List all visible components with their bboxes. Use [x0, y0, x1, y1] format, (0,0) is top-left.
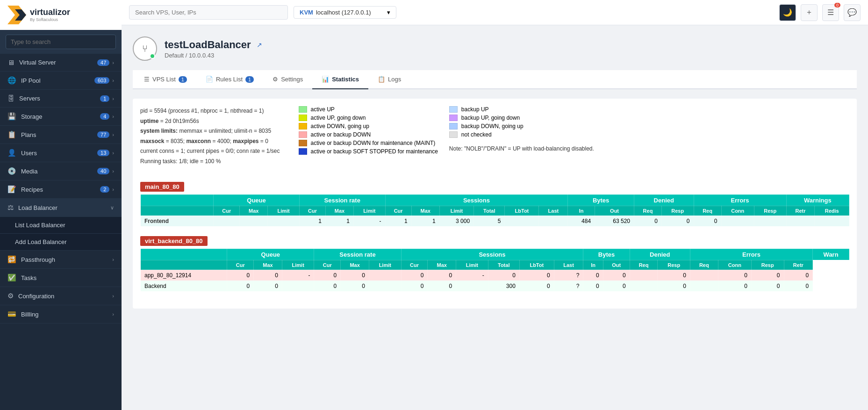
frontend-header-row: Queue Session rate Sessions Bytes Denied… [141, 194, 849, 206]
tabs: ☰ VPS List 1 📄 Rules List 1 ⚙ Settings 📊… [133, 70, 857, 89]
page-subtitle: Default / 10.0.0.43 [165, 52, 262, 59]
sidebar-item-users[interactable]: 👤 Users 13 › [0, 144, 122, 162]
add-button[interactable]: ＋ [801, 4, 818, 21]
th-q-max: Max [240, 206, 268, 216]
frontend-s-last [539, 216, 568, 226]
legend-color-active-backup-down [299, 131, 307, 138]
tab-statistics[interactable]: 📊 Statistics [312, 70, 368, 89]
chat-button[interactable]: 💬 [844, 4, 861, 21]
tab-logs[interactable]: 📋 Logs [368, 70, 410, 89]
kvm-label: KVM [300, 9, 313, 16]
chevron-right-icon: › [112, 187, 114, 192]
sidebar-label-virtual-server: Virtual Server [19, 59, 97, 66]
frontend-d-req: 0 [634, 216, 661, 226]
backend-w-retr: 0 [784, 281, 813, 291]
bth-q-cur: Cur [227, 260, 254, 270]
sidebar-item-list-load-balancer[interactable]: List Load Balancer [0, 217, 122, 234]
frontend-sr-cur: 1 [299, 216, 325, 226]
sidebar-badge-storage: 4 [100, 113, 109, 120]
frontend-name-cell: Frontend [141, 216, 214, 226]
legend-label-active-up: active UP [311, 106, 335, 113]
sidebar-item-billing[interactable]: 💳 Billling › [0, 305, 122, 324]
chevron-down-icon: ▾ [387, 9, 390, 16]
bth-s-lbtot: LbTot [519, 260, 554, 270]
list-badge: 0 [834, 3, 840, 7]
tab-logs-label: Logs [388, 76, 401, 83]
backend-e-conn: 0 [718, 281, 751, 291]
legend-backup-up-going-down: backup UP, going down [449, 115, 594, 121]
app-q-cur: 0 [227, 270, 254, 281]
frontend-w-redis [815, 216, 849, 226]
legend-color-active-up-going-down [299, 115, 307, 121]
backend-subheader-row: Cur Max Limit Cur Max Limit Cur Max Limi… [141, 260, 849, 270]
th-q-limit: Limit [268, 206, 300, 216]
frontend-sr-limit: - [353, 216, 385, 226]
list-button[interactable]: ☰ 0 [822, 4, 839, 21]
app-s-lbtot: 0 [519, 270, 554, 281]
tab-vps-list[interactable]: ☰ VPS List 1 [135, 70, 196, 89]
logs-icon: 📋 [378, 76, 385, 83]
bth-q-max: Max [254, 260, 282, 270]
recipes-icon: 📝 [7, 185, 16, 194]
sidebar-item-load-balancer[interactable]: ⚖ Load Balancer ∨ [0, 199, 122, 217]
sidebar-item-storage[interactable]: 💾 Storage 4 › [0, 108, 122, 126]
backend-sr-cur: 0 [314, 281, 341, 291]
external-link-icon[interactable]: ↗ [257, 41, 262, 49]
dark-mode-button[interactable]: 🌙 [779, 4, 796, 21]
th-e-req: Req [694, 206, 721, 216]
storage-icon: 💾 [7, 112, 16, 121]
sidebar-item-tasks[interactable]: ✅ Tasks [0, 269, 122, 287]
kvm-selector[interactable]: KVM localhost (127.0.0.1) ▾ [294, 6, 396, 19]
page-content: ⑂ testLoadBalancer ↗ Default / 10.0.0.43… [122, 25, 868, 410]
th-w-redis: Redis [815, 206, 849, 216]
frontend-q-limit [268, 216, 300, 226]
app-b-out: 0 [603, 270, 630, 281]
backend-s-limit [456, 281, 488, 291]
sidebar-label-passthrough: Passthrough [21, 256, 112, 263]
media-icon: 💿 [7, 167, 16, 175]
legend-label-active-backup-down: active or backup DOWN [311, 131, 371, 138]
sidebar-item-passthrough[interactable]: 🔁 Passthrough › [0, 251, 122, 269]
tab-settings[interactable]: ⚙ Settings [263, 70, 312, 89]
sidebar-item-plans[interactable]: 📋 Plans 77 › [0, 126, 122, 144]
tab-vps-list-label: VPS List [152, 76, 176, 83]
legend-backup-down-going-up: backup DOWN, going up [449, 123, 594, 129]
chevron-right-icon: › [112, 311, 114, 317]
sidebar-item-virtual-server[interactable]: 🖥 Virtual Server 47 › [0, 54, 122, 72]
sidebar-label-ip-pool: IP Pool [21, 77, 94, 84]
tab-rules-list[interactable]: 📄 Rules List 1 [196, 70, 263, 89]
legend-color-backup-up-going-down [449, 115, 458, 121]
rules-list-icon: 📄 [206, 76, 213, 83]
sidebar-item-configuration[interactable]: ⚙ Configuration › [0, 287, 122, 305]
legend-color-active-down-going-up [299, 123, 307, 129]
bth-s-cur: Cur [401, 260, 428, 270]
virtual-server-icon: 🖥 [7, 58, 14, 66]
sidebar-item-media[interactable]: 💿 Media 40 › [0, 162, 122, 180]
backend-table-wrap: Queue Session rate Sessions Bytes Denied… [140, 249, 849, 292]
sidebar: virtualizor By Softaculous 🖥 Virtual Ser… [0, 0, 122, 410]
sidebar-item-recipes[interactable]: 📝 Recipes 2 › [0, 180, 122, 199]
sidebar-item-ip-pool[interactable]: 🌐 IP Pool 603 › [0, 72, 122, 90]
bth-sessions: Sessions [401, 249, 583, 260]
th-b-in: In [568, 206, 595, 216]
topbar-search-wrap [129, 5, 288, 20]
topbar-search-input[interactable] [129, 5, 288, 20]
backend-d-req [630, 281, 658, 291]
sidebar-label-users: Users [21, 150, 97, 157]
sidebar-item-add-load-balancer[interactable]: Add Load Balancer [0, 234, 122, 251]
frontend-s-max: 1 [411, 216, 439, 226]
main-content: KVM localhost (127.0.0.1) ▾ 🌙 ＋ ☰ 0 💬 ⑂ … [122, 0, 868, 410]
chevron-right-icon: › [112, 132, 114, 137]
app-sr-limit [369, 270, 401, 281]
sidebar-item-servers[interactable]: 🗄 Servers 1 › [0, 90, 122, 108]
info-pid: pid = 5594 (process #1, nbproc = 1, nbth… [140, 106, 280, 116]
frontend-table: Queue Session rate Sessions Bytes Denied… [140, 194, 849, 227]
frontend-e-resp [754, 216, 786, 226]
backend-name-cell: Backend [141, 281, 227, 291]
sidebar-search-input[interactable] [6, 35, 116, 49]
lb-node-icon: ⑂ [142, 43, 148, 54]
legend-color-active-up [299, 106, 307, 113]
th-e-conn: Conn [721, 206, 754, 216]
legend-label-backup-up: backup UP [461, 106, 489, 113]
sidebar-badge-virtual-server: 47 [97, 59, 109, 66]
